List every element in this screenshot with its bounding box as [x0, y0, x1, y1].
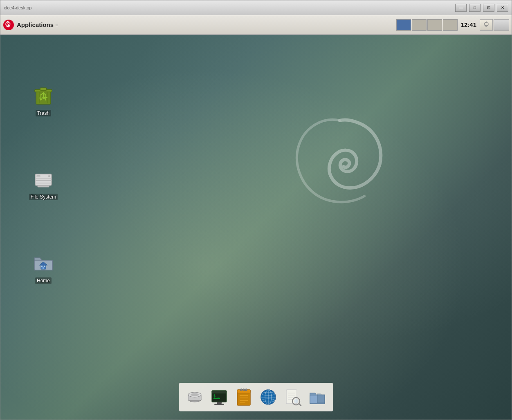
debian-swirl-logo — [283, 108, 397, 223]
svg-point-13 — [48, 175, 50, 177]
svg-rect-26 — [212, 391, 227, 393]
svg-rect-30 — [214, 404, 224, 405]
debian-logo-icon[interactable] — [3, 19, 14, 31]
workspace-switcher — [396, 19, 458, 31]
top-panel: Applications ≡ 12:41 — [0, 15, 512, 35]
svg-point-38 — [243, 389, 245, 391]
workspace-1-button[interactable] — [396, 19, 411, 31]
home-icon-image — [30, 250, 56, 276]
svg-rect-19 — [41, 266, 43, 267]
svg-point-1 — [484, 22, 488, 26]
trash-label: Trash — [36, 110, 51, 116]
filesystem-icon-image — [30, 166, 56, 192]
svg-rect-20 — [44, 266, 45, 267]
maximize-button[interactable]: □ — [469, 4, 481, 12]
bottom-dock: $ _ — [179, 383, 333, 411]
workspace-2-button[interactable] — [412, 19, 427, 31]
window-frame: xfce4-desktop — □ ⊡ ✕ Applications ≡ 12: — [0, 0, 512, 420]
home-icon[interactable]: Home — [25, 247, 62, 286]
home-label: Home — [35, 277, 52, 284]
svg-text:$ _: $ _ — [213, 394, 220, 398]
title-bar: xfce4-desktop — □ ⊡ ✕ — [0, 0, 512, 15]
menu-icon[interactable]: ≡ — [55, 22, 58, 28]
workspace-4-button[interactable] — [443, 19, 458, 31]
svg-line-53 — [299, 404, 301, 406]
dock-browser-button[interactable] — [258, 386, 279, 408]
svg-rect-18 — [43, 267, 44, 269]
desktop: Trash File System — [0, 35, 512, 420]
svg-rect-29 — [217, 402, 222, 404]
filesystem-icon[interactable]: File System — [25, 163, 62, 203]
clock: 12:41 — [461, 21, 476, 28]
svg-point-54 — [294, 399, 298, 403]
trash-icon-image — [30, 82, 56, 108]
svg-point-39 — [245, 389, 247, 391]
restore-button[interactable]: ⊡ — [483, 4, 494, 12]
svg-rect-12 — [37, 175, 40, 177]
minimize-button[interactable]: — — [455, 4, 467, 12]
applications-menu-button[interactable]: Applications — [17, 21, 54, 28]
dock-terminal-button[interactable]: $ _ — [209, 386, 230, 408]
user-menu-button[interactable] — [494, 19, 509, 31]
svg-rect-14 — [38, 185, 49, 187]
dock-drive-button[interactable] — [184, 386, 205, 408]
window-controls: — □ ⊡ ✕ — [455, 4, 508, 12]
dock-files-button[interactable] — [307, 386, 328, 408]
close-button[interactable]: ✕ — [497, 4, 508, 12]
workspace-3-button[interactable] — [427, 19, 442, 31]
svg-point-37 — [240, 389, 243, 391]
dock-docviewer-button[interactable] — [282, 386, 303, 408]
dock-notes-button[interactable] — [233, 386, 254, 408]
filesystem-label: File System — [29, 194, 58, 200]
window-title: xfce4-desktop — [4, 5, 31, 10]
svg-point-24 — [191, 393, 199, 396]
notification-area-button[interactable] — [480, 19, 493, 31]
trash-icon[interactable]: Trash — [25, 80, 62, 119]
svg-rect-5 — [40, 88, 47, 90]
